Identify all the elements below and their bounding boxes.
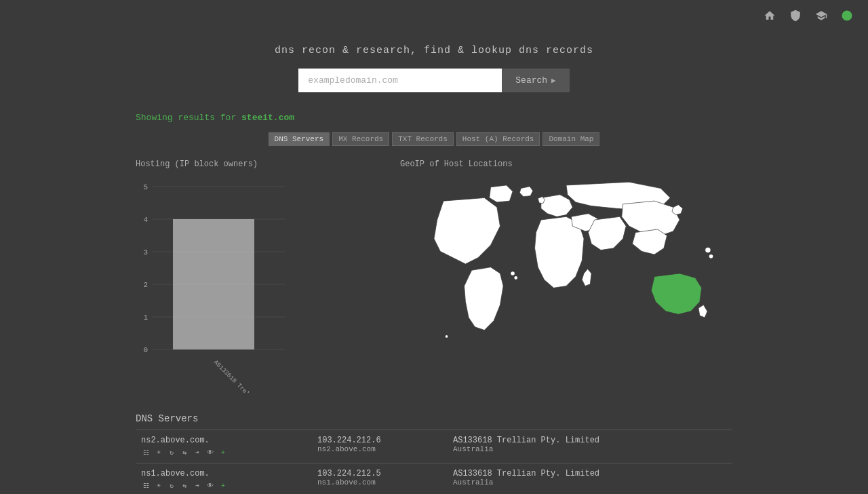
top-nav [0, 0, 868, 31]
tab-txt-records[interactable]: TXT Records [392, 132, 454, 146]
tab-domain-map[interactable]: Domain Map [542, 132, 599, 146]
svg-text:1: 1 [143, 314, 148, 322]
dns-section: DNS Servers ns2.above.com. ☷ ☀ ↻ ⇆ ➔ 👁 [136, 413, 732, 494]
tab-bar: DNS Servers MX Records TXT Records Host … [136, 132, 732, 146]
svg-rect-13 [173, 219, 254, 349]
svg-text:0: 0 [143, 346, 148, 354]
svg-point-0 [842, 11, 852, 21]
graduation-icon[interactable] [814, 8, 829, 23]
dns-icon-row-2: ☷ ☀ ↻ ⇆ ➔ 👁 + [141, 481, 307, 491]
dns-icon-row-1: ☷ ☀ ↻ ⇆ ➔ 👁 + [141, 448, 307, 457]
search-input[interactable] [298, 69, 502, 92]
dns-reverse-2: ns1.above.com [317, 478, 442, 487]
external-icon[interactable]: ➔ [193, 481, 202, 491]
shuffle-icon[interactable]: ⇆ [180, 481, 189, 491]
globe-icon[interactable]: ☀ [154, 481, 163, 491]
svg-text:4: 4 [143, 216, 148, 224]
external-icon[interactable]: ➔ [193, 448, 202, 457]
dns-table: ns2.above.com. ☷ ☀ ↻ ⇆ ➔ 👁 + 103.224.212… [136, 430, 732, 494]
search-button[interactable]: Search ▶ [502, 69, 569, 92]
eye-icon[interactable]: 👁 [205, 448, 215, 457]
home-icon[interactable] [762, 8, 777, 23]
svg-point-34 [709, 254, 713, 259]
plus-icon[interactable]: + [218, 481, 228, 491]
svg-marker-30 [519, 187, 533, 197]
hero-title: dns recon & research, find & lookup dns … [0, 45, 868, 56]
hero-section: dns recon & research, find & lookup dns … [0, 31, 868, 99]
dns-ip-1: 103.224.212.6 [317, 436, 442, 445]
showing-domain: steeit.com [241, 113, 294, 123]
results-area: Showing results for steeit.com DNS Serve… [108, 113, 760, 494]
chevron-right-icon: ▶ [551, 76, 556, 85]
dns-hostname-1: ns2.above.com. [141, 436, 307, 445]
world-map-svg [400, 176, 732, 352]
showing-text: Showing results for steeit.com [136, 113, 732, 123]
search-label: Search [515, 75, 547, 86]
svg-point-35 [446, 335, 448, 338]
tab-host-records[interactable]: Host (A) Records [456, 132, 540, 146]
svg-text:2: 2 [143, 281, 148, 289]
svg-marker-17 [490, 185, 513, 202]
dns-country-2: Australia [453, 478, 727, 487]
grid-icon[interactable]: ☷ [141, 448, 151, 457]
eye-icon[interactable]: 👁 [205, 481, 215, 491]
svg-point-31 [511, 271, 515, 276]
globe-icon[interactable]: ☀ [154, 448, 163, 457]
dns-hostname-2: ns1.above.com. [141, 469, 307, 478]
dns-ip-2: 103.224.212.5 [317, 469, 442, 478]
svg-point-32 [514, 276, 517, 280]
dns-asn-1: AS133618 Trellian Pty. Limited [453, 436, 727, 445]
search-bar: Search ▶ [292, 69, 576, 92]
hosting-chart-section: Hosting (IP block owners) 5 4 3 2 1 0 [136, 159, 373, 393]
dns-country-1: Australia [453, 445, 727, 453]
svg-text:5: 5 [143, 183, 148, 191]
dns-asn-2: AS133618 Trellian Pty. Limited [453, 469, 727, 478]
geo-chart-title: GeoIP of Host Locations [400, 159, 732, 169]
bar-chart-svg: 5 4 3 2 1 0 AS133618 Trellian [136, 176, 312, 393]
plus-icon[interactable]: + [218, 448, 228, 457]
bar-chart-container: 5 4 3 2 1 0 AS133618 Trellian [136, 176, 312, 393]
dns-reverse-1: ns2.above.com [317, 445, 442, 453]
table-row: ns1.above.com. ☷ ☀ ↻ ⇆ ➔ 👁 + 103.224.212… [136, 463, 732, 495]
charts-row: Hosting (IP block owners) 5 4 3 2 1 0 [136, 159, 732, 393]
svg-point-33 [705, 248, 710, 252]
refresh-icon[interactable]: ↻ [167, 448, 176, 457]
grid-icon[interactable]: ☷ [141, 481, 151, 491]
svg-text:3: 3 [143, 248, 148, 256]
shield-icon[interactable] [788, 8, 803, 23]
showing-prefix: Showing results for [136, 113, 236, 123]
dns-section-title: DNS Servers [136, 413, 732, 424]
tab-dns-servers[interactable]: DNS Servers [269, 132, 330, 146]
tab-mx-records[interactable]: MX Records [332, 132, 389, 146]
hosting-chart-title: Hosting (IP block owners) [136, 159, 373, 169]
refresh-icon[interactable]: ↻ [167, 481, 176, 491]
geo-chart-section: GeoIP of Host Locations [400, 159, 732, 349]
svg-text:AS133618 Trellian Pty. Limited: AS133618 Trellian Pty. Limited [212, 359, 295, 393]
table-row: ns2.above.com. ☷ ☀ ↻ ⇆ ➔ 👁 + 103.224.212… [136, 430, 732, 463]
circle-icon[interactable] [840, 8, 854, 23]
shuffle-icon[interactable]: ⇆ [180, 448, 189, 457]
